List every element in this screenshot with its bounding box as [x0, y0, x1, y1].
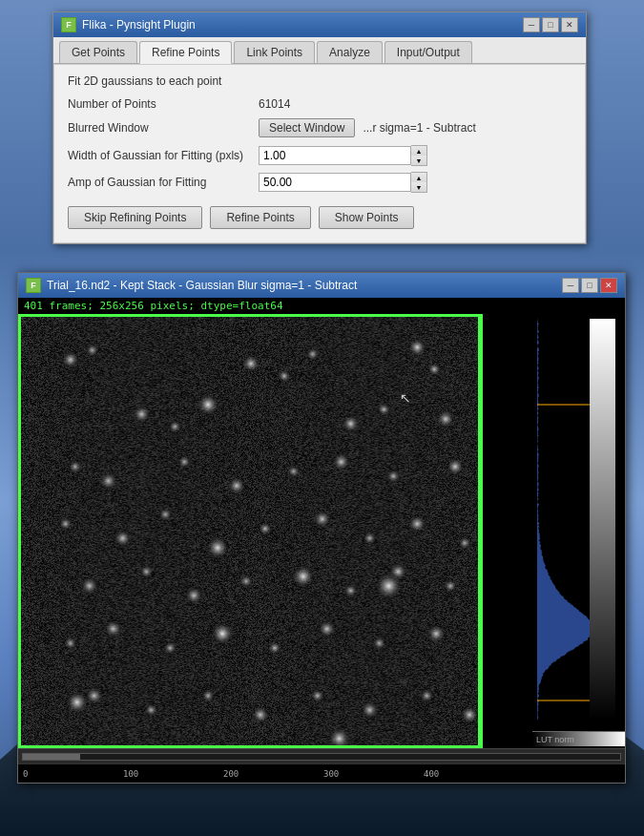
titlebar-left: F Flika - Pynsight Plugin: [61, 17, 196, 32]
action-buttons: Skip Refining Points Refine Points Show …: [68, 206, 571, 233]
x-axis-bar: 0 100 200 300 400: [18, 763, 625, 783]
width-gaussian-input[interactable]: [259, 146, 411, 165]
amp-gaussian-spinner: ▲ ▼: [259, 172, 427, 193]
section-title: Fit 2D gaussians to each point: [68, 74, 571, 88]
green-border-left: [18, 314, 21, 748]
app-icon: F: [61, 17, 76, 32]
tab-input-output[interactable]: Input/Output: [384, 41, 472, 63]
histogram-panel: 80 60 40 20 0 -20 LUT norm: [532, 314, 625, 748]
image-info-bar: 401 frames; 256x256 pixels; dtype=float6…: [18, 298, 625, 314]
blurred-window-row: Blurred Window Select Window ...r sigma=…: [68, 118, 571, 137]
histogram-gradient: [587, 319, 615, 720]
width-gaussian-label: Width of Gaussian for Fitting (pxls): [68, 149, 259, 162]
cursor-indicator: ↖: [400, 390, 411, 404]
width-gaussian-spinner-buttons: ▲ ▼: [411, 145, 427, 166]
green-border-bottom: [18, 745, 481, 748]
plugin-title: Flika - Pynsight Plugin: [82, 18, 196, 31]
plugin-window: F Flika - Pynsight Plugin ─ □ ✕ Get Poin…: [52, 11, 587, 244]
amp-gaussian-label: Amp of Gaussian for Fitting: [68, 176, 259, 189]
skip-refining-button[interactable]: Skip Refining Points: [68, 206, 202, 229]
histogram-canvas: [537, 319, 590, 720]
width-gaussian-row: Width of Gaussian for Fitting (pxls) ▲ ▼: [68, 145, 571, 166]
x-label-0: 0: [23, 769, 28, 779]
amp-gaussian-row: Amp of Gaussian for Fitting ▲ ▼: [68, 172, 571, 193]
green-border-top: [18, 314, 481, 317]
lut-label: LUT norm: [536, 735, 574, 744]
refine-points-button[interactable]: Refine Points: [210, 206, 310, 229]
select-window-button[interactable]: Select Window: [259, 118, 355, 137]
image-titlebar: F Trial_16.nd2 - Kept Stack - Gaussian B…: [18, 273, 625, 298]
width-gaussian-up[interactable]: ▲: [411, 146, 426, 156]
image-content: ↖ 80 60 40 20 0 -20 LUT norm: [18, 314, 625, 748]
image-close-button[interactable]: ✕: [600, 278, 617, 293]
tab-link-points[interactable]: Link Points: [234, 41, 315, 63]
scrollbar-thumb: [23, 754, 80, 760]
tab-analyze[interactable]: Analyze: [317, 41, 383, 63]
x-label-100: 100: [123, 769, 138, 779]
x-label-200: 200: [223, 769, 239, 779]
maximize-button[interactable]: □: [542, 17, 559, 32]
image-window: F Trial_16.nd2 - Kept Stack - Gaussian B…: [17, 272, 626, 784]
tab-get-points[interactable]: Get Points: [59, 41, 137, 63]
blurred-window-extra: ...r sigma=1 - Subtract: [363, 121, 475, 135]
x-label-300: 300: [323, 769, 339, 779]
amp-gaussian-down[interactable]: ▼: [411, 182, 426, 192]
blurred-window-label: Blurred Window: [68, 121, 259, 135]
image-minimize-button[interactable]: ─: [562, 278, 579, 293]
close-button[interactable]: ✕: [561, 17, 578, 32]
image-title: Trial_16.nd2 - Kept Stack - Gaussian Blu…: [47, 279, 357, 292]
image-main: ↖: [18, 314, 532, 748]
scrollbar-area: [18, 748, 625, 763]
image-app-icon: F: [26, 278, 41, 293]
tab-refine-points[interactable]: Refine Points: [139, 41, 232, 64]
number-of-points-label: Number of Points: [68, 97, 259, 111]
plugin-titlebar: F Flika - Pynsight Plugin ─ □ ✕: [53, 12, 586, 37]
number-of-points-value: 61014: [259, 97, 290, 111]
image-window-controls: ─ □ ✕: [562, 278, 617, 293]
scrollbar-track[interactable]: [22, 753, 621, 761]
amp-gaussian-input[interactable]: [259, 173, 411, 192]
width-gaussian-spinner: ▲ ▼: [259, 145, 427, 166]
amp-gaussian-up[interactable]: ▲: [411, 173, 426, 182]
green-border-right: [478, 314, 481, 748]
image-maximize-button[interactable]: □: [581, 278, 598, 293]
microscopy-canvas: [18, 314, 481, 748]
window-controls: ─ □ ✕: [523, 17, 578, 32]
width-gaussian-down[interactable]: ▼: [411, 156, 426, 165]
image-titlebar-left: F Trial_16.nd2 - Kept Stack - Gaussian B…: [26, 278, 357, 293]
plugin-content: Fit 2D gaussians to each point Number of…: [53, 64, 586, 243]
show-points-button[interactable]: Show Points: [319, 206, 415, 229]
tabs-bar: Get Points Refine Points Link Points Ana…: [53, 37, 586, 64]
lut-bar: LUT norm: [532, 731, 625, 746]
x-label-400: 400: [424, 769, 439, 779]
minimize-button[interactable]: ─: [523, 17, 540, 32]
number-of-points-row: Number of Points 61014: [68, 97, 571, 111]
microscopy-image[interactable]: ↖: [18, 314, 483, 748]
amp-gaussian-spinner-buttons: ▲ ▼: [411, 172, 427, 193]
